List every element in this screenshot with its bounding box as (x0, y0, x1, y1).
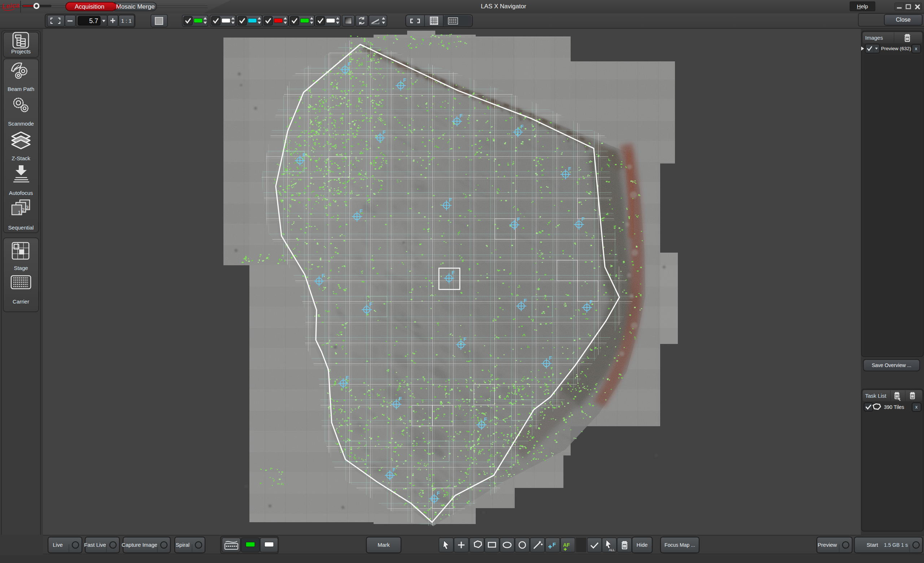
svg-text:5.7: 5.7 (89, 17, 98, 24)
svg-text:1: 1 (18, 210, 21, 215)
svg-text:Capture Image: Capture Image (122, 542, 158, 548)
svg-text:Hide: Hide (637, 542, 648, 548)
svg-text:Z-Stack: Z-Stack (12, 155, 30, 161)
svg-text:F: F (464, 336, 467, 342)
svg-text:Fast Live: Fast Live (84, 542, 106, 548)
svg-text:x: x (915, 404, 918, 410)
svg-text:Carrier: Carrier (13, 298, 29, 305)
svg-text:Task List: Task List (865, 393, 886, 399)
svg-text:Focus Map ...: Focus Map ... (664, 542, 695, 548)
svg-text:F: F (520, 124, 524, 130)
svg-text:Spiral: Spiral (176, 542, 189, 548)
svg-text:F: F (553, 541, 556, 548)
svg-text:Projects: Projects (11, 48, 31, 54)
svg-text:ALL: ALL (609, 548, 615, 552)
svg-text:Live: Live (53, 542, 63, 548)
svg-text:Leica: Leica (2, 1, 20, 10)
svg-text:3: 3 (26, 205, 28, 210)
svg-text:F: F (303, 152, 306, 158)
svg-text:Mosaic Merge: Mosaic Merge (116, 3, 155, 10)
svg-text:F: F (524, 298, 527, 304)
svg-text:F: F (346, 375, 349, 381)
svg-text:F: F (399, 396, 402, 402)
svg-text:AF: AF (563, 542, 570, 548)
svg-text:F: F (582, 216, 585, 222)
svg-text:Acquisition: Acquisition (75, 3, 104, 10)
svg-text:F: F (484, 416, 487, 422)
svg-text:1.5 GB 1 s: 1.5 GB 1 s (884, 542, 908, 548)
svg-text:Sequential: Sequential (8, 225, 34, 231)
svg-text:390 Tiles: 390 Tiles (884, 404, 904, 410)
svg-text:Preview (632): Preview (632) (881, 46, 911, 51)
svg-text:F: F (322, 273, 325, 279)
svg-text:F: F (449, 197, 452, 203)
svg-text:F: F (517, 217, 520, 222)
svg-text:F: F (392, 467, 396, 473)
svg-text:2: 2 (22, 207, 24, 213)
svg-text:Stage: Stage (14, 265, 28, 271)
svg-text:F: F (403, 77, 406, 83)
svg-text:F: F (568, 166, 572, 172)
svg-text:F: F (452, 270, 455, 276)
svg-text:F: F (437, 490, 440, 496)
svg-text:Preview: Preview (818, 542, 837, 548)
svg-text:F: F (549, 355, 552, 361)
svg-text:F: F (590, 299, 592, 305)
svg-text:Mark: Mark (378, 542, 390, 548)
svg-text:Autofocus: Autofocus (9, 190, 33, 196)
svg-text:F: F (360, 208, 363, 214)
svg-text:F: F (348, 61, 351, 67)
svg-text:Start: Start (867, 542, 879, 548)
svg-text:F: F (382, 130, 386, 135)
svg-text:F: F (369, 301, 372, 307)
svg-text:1 : 1: 1 : 1 (121, 18, 131, 24)
svg-text:F: F (459, 113, 463, 119)
svg-text:Images: Images (865, 34, 883, 41)
svg-text:x: x (915, 46, 918, 51)
svg-text:Beam Path: Beam Path (8, 86, 34, 92)
svg-text:Scanmode: Scanmode (8, 121, 34, 127)
